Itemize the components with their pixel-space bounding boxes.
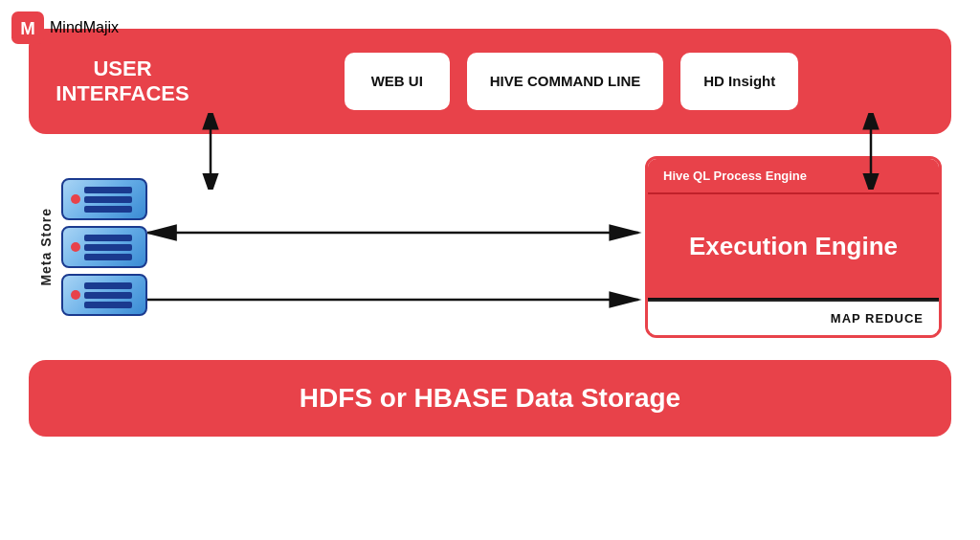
server-stack <box>61 178 147 316</box>
user-interfaces-label: USER INTERFACES <box>56 56 189 107</box>
main-container: M MindMajix USER INTERFACES WEB UI HIVE … <box>0 0 980 540</box>
server-disks-3 <box>84 282 132 308</box>
arrows-area <box>147 151 645 343</box>
hive-ql-section: Hive QL Process Engine <box>648 159 939 192</box>
ui-components: WEB UI HIVE COMMAND LINE HD Insight <box>218 53 924 110</box>
server-box-2 <box>61 226 147 268</box>
logo-text: MindMajix <box>50 19 119 36</box>
disk-1c <box>84 206 132 213</box>
engine-container: Hive QL Process Engine Execution Engine … <box>645 156 942 338</box>
map-reduce-label: MAP REDUCE <box>831 311 924 326</box>
server-dot-2 <box>71 242 80 252</box>
server-unit-2 <box>61 226 147 268</box>
disk-1a <box>84 187 132 193</box>
server-box-1 <box>61 178 147 220</box>
server-box-3 <box>61 274 147 316</box>
hive-command-line-label: HIVE COMMAND LINE <box>490 72 641 91</box>
hd-insight-card: HD Insight <box>680 53 798 110</box>
execution-engine-label: Execution Engine <box>689 232 898 261</box>
server-dot-1 <box>71 194 80 204</box>
disk-3b <box>84 292 132 299</box>
server-disks-1 <box>84 187 132 213</box>
meta-store-label: Meta Store <box>38 208 54 286</box>
disk-2c <box>84 254 132 260</box>
server-dot-3 <box>71 290 80 300</box>
bottom-storage-label: HDFS or HBASE Data Storage <box>300 383 680 414</box>
server-disks-2 <box>84 235 132 260</box>
logo: M MindMajix <box>11 11 119 44</box>
svg-text:M: M <box>20 18 35 38</box>
disk-2b <box>84 244 132 251</box>
server-unit-3 <box>61 274 147 316</box>
disk-3a <box>84 282 132 289</box>
middle-section: Meta Store <box>29 151 951 343</box>
bottom-box: HDFS or HBASE Data Storage <box>29 360 951 437</box>
disk-3c <box>84 302 132 308</box>
mindmajix-logo-icon: M <box>11 11 44 44</box>
server-unit-1 <box>61 178 147 220</box>
hd-insight-label: HD Insight <box>703 72 775 91</box>
execution-engine-section: Execution Engine <box>648 192 939 300</box>
web-ui-label: WEB UI <box>371 72 423 91</box>
map-reduce-section: MAP REDUCE <box>648 300 939 335</box>
hive-command-line-card: HIVE COMMAND LINE <box>467 53 664 110</box>
user-interfaces-box: USER INTERFACES WEB UI HIVE COMMAND LINE… <box>29 29 951 134</box>
disk-1b <box>84 196 132 203</box>
hive-ql-label: Hive QL Process Engine <box>663 169 807 183</box>
arrows-svg <box>147 151 645 343</box>
disk-2a <box>84 235 132 241</box>
web-ui-card: WEB UI <box>345 53 450 110</box>
